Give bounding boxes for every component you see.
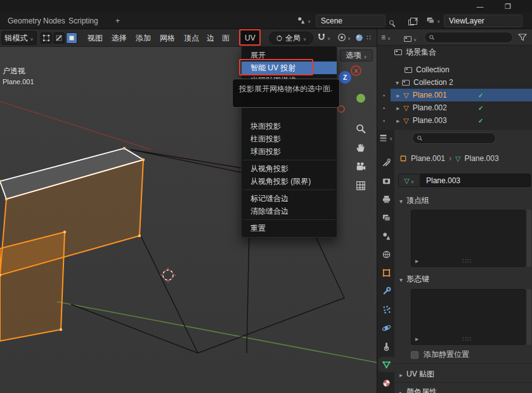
snapping-button[interactable] (317, 33, 330, 42)
tab-object-data[interactable] (378, 357, 394, 372)
menu-item-unwrap[interactable]: 展开 (242, 49, 337, 61)
menu-item-project-from-view-bounds[interactable]: 从视角投影 (限界) (242, 175, 337, 188)
outliner-row-scene-collection[interactable]: 场景集合 (392, 46, 532, 58)
viewlayer-name-field[interactable]: ViewLayer (444, 15, 522, 27)
camera-view-button[interactable] (353, 159, 368, 174)
menu-item-mark-seam[interactable]: 标记缝合边 (242, 192, 337, 205)
menu-mesh[interactable]: 网格 (157, 29, 178, 47)
shape-keys-list[interactable] (411, 289, 526, 345)
tab-world[interactable] (378, 247, 394, 262)
menu-add[interactable]: 添加 (133, 29, 153, 47)
menu-face[interactable]: 面 (219, 29, 232, 47)
panel-header-vertex-groups[interactable]: 顶点组 (399, 195, 429, 206)
mode-selector[interactable]: 辑模式 (1, 31, 37, 45)
data-type-button[interactable] (398, 174, 420, 187)
display-mode-button[interactable] (404, 34, 417, 43)
menu-item-sphere-projection[interactable]: 球面投影 (242, 145, 337, 158)
viewport-shading-button[interactable] (355, 34, 363, 42)
tab-material[interactable] (378, 375, 394, 390)
resize-grip-icon[interactable] (462, 334, 472, 343)
outliner-search-input[interactable] (424, 32, 513, 43)
menu-item-smart-uv-project[interactable]: 智能 UV 投射 (242, 61, 337, 74)
maximize-button[interactable]: ❐ (500, 0, 516, 13)
tab-render[interactable] (378, 173, 394, 188)
viewlayer-browse-button[interactable] (426, 16, 440, 25)
mesh-data-check-icon[interactable] (478, 116, 483, 125)
mesh-data-check-icon[interactable] (478, 91, 483, 100)
viewport-options-button[interactable]: 选项 (340, 49, 373, 61)
menu-vertex[interactable]: 顶点 (181, 29, 202, 47)
tooltip-text: 投影展开网格物体的选中面. (239, 84, 332, 93)
outliner-row-plane-002[interactable]: Plane.002 (391, 101, 532, 114)
tab-scene[interactable] (378, 228, 394, 243)
menu-view[interactable]: 视图 (85, 29, 105, 47)
menu-item-project-from-view[interactable]: 从视角投影 (242, 162, 337, 175)
edge-select-mode-button[interactable] (53, 32, 65, 44)
add-workspace-button[interactable]: + (109, 13, 126, 29)
pin-icon[interactable] (389, 20, 394, 25)
vertex-select-mode-button[interactable] (41, 32, 52, 44)
menu-item-cylinder-projection[interactable]: 柱面投影 (242, 132, 337, 145)
delete-scene-icon[interactable] (414, 15, 418, 24)
properties-search-input[interactable] (412, 132, 496, 144)
menu-uv[interactable]: UV (241, 30, 259, 46)
transform-orientation-selector[interactable]: 全局 (269, 32, 313, 44)
menu-item-cube-projection[interactable]: 块面投影 (242, 120, 337, 132)
tab-modifiers[interactable] (378, 283, 394, 299)
expand-arrow-icon[interactable] (396, 116, 399, 125)
expand-arrow-icon[interactable] (396, 103, 399, 112)
tooltip: 投影展开网格物体的选中面. (232, 79, 340, 108)
list-expand-icon[interactable] (415, 334, 418, 343)
menu-select[interactable]: 选择 (109, 29, 129, 47)
tab-view-layer[interactable] (378, 210, 394, 225)
panel-header-shape-keys[interactable]: 形态键 (399, 274, 429, 285)
tab-object[interactable] (378, 265, 394, 280)
face-select-mode-button[interactable] (66, 32, 77, 44)
editor-type-button[interactable] (381, 33, 391, 42)
menu-item-reset[interactable]: 重置 (242, 222, 337, 235)
shape-keys-list-buttons[interactable] (527, 289, 531, 345)
panel-header-color-attributes[interactable]: 颜色属性 (399, 387, 437, 393)
minimize-button[interactable]: — (472, 0, 488, 13)
toggle-grid-button[interactable] (353, 178, 368, 193)
workspace-tab-scripting[interactable]: Scripting (62, 13, 105, 29)
outliner-row-plane-001[interactable]: Plane.001 (391, 89, 532, 101)
menu-edge[interactable]: 边 (204, 29, 217, 47)
outliner-row-collection[interactable]: Collection (392, 63, 532, 76)
mesh-data-check-icon[interactable] (478, 103, 483, 112)
tab-output[interactable] (378, 191, 394, 207)
gizmo-z-axis[interactable]: Z (339, 71, 351, 84)
workspace-tab-geometry-nodes[interactable]: Geometry Nodes (1, 13, 72, 29)
outliner-row-collection-2[interactable]: Collection 2 (392, 76, 532, 89)
vertex-groups-list-buttons[interactable] (527, 210, 531, 267)
chevron-down-icon (308, 16, 311, 25)
scene-browse-button[interactable] (297, 16, 311, 25)
properties-editor-type-button[interactable] (379, 133, 393, 142)
menu-item-clear-seam[interactable]: 清除缝合边 (242, 205, 337, 217)
tab-particles[interactable] (378, 302, 394, 317)
outliner-row-plane-003[interactable]: Plane.003 (391, 114, 532, 127)
filter-button[interactable] (518, 34, 527, 41)
tab-tool[interactable] (378, 155, 394, 170)
list-expand-icon[interactable] (415, 256, 418, 265)
menu-separator (243, 219, 335, 220)
scene-name-field[interactable]: Scene (316, 15, 386, 27)
expand-arrow-icon[interactable] (396, 91, 399, 100)
breadcrumb-object[interactable]: Plane.001 (411, 154, 445, 163)
rest-position-checkbox[interactable] (411, 351, 418, 359)
editor-grid-icon[interactable] (367, 33, 371, 42)
data-name-input[interactable]: Plane.003 (420, 174, 531, 187)
gizmo-x-axis[interactable]: X (351, 65, 361, 76)
zoom-button[interactable] (353, 121, 368, 136)
new-scene-icon[interactable] (408, 20, 414, 25)
resize-grip-icon[interactable] (462, 256, 472, 265)
proportional-edit-button[interactable] (337, 33, 351, 42)
panel-header-uv-maps[interactable]: UV 贴图 (399, 369, 434, 380)
breadcrumb-data[interactable]: Plane.003 (465, 154, 499, 163)
expand-arrow-icon[interactable] (396, 78, 399, 87)
vertex-groups-list[interactable] (411, 210, 526, 267)
tab-physics[interactable] (378, 320, 394, 335)
gizmo-y-axis[interactable] (356, 94, 365, 103)
pan-button[interactable] (353, 140, 368, 155)
tab-constraints[interactable] (378, 338, 394, 354)
